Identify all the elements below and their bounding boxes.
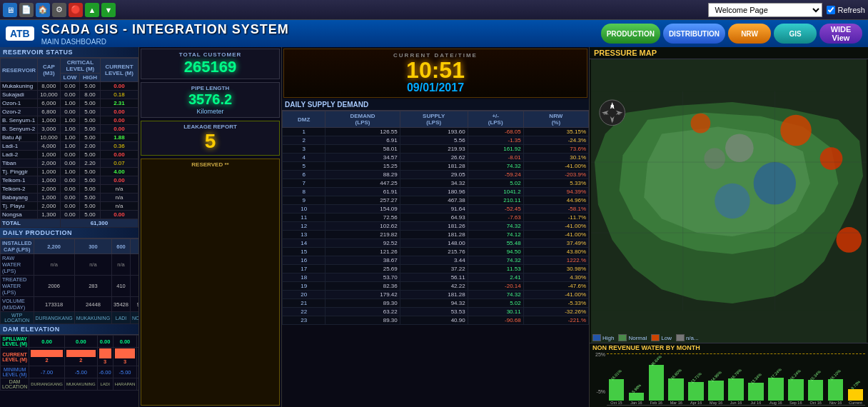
home-icon[interactable]: 🏠 [36, 3, 50, 17]
res-col-name: RESERVOIR [1, 59, 38, 82]
sd-row: 13 219.82 181.28 74.12 -41.00% [283, 231, 589, 239]
nav-gis[interactable]: GIS [774, 24, 817, 44]
sd-demand: 179.42 [326, 291, 400, 299]
header: ATB SCADA GIS - INTEGRATION SYSTEM MAIN … [0, 20, 868, 47]
nav-distribution[interactable]: DISTRIBUTION [663, 24, 725, 44]
res-row-name: Telkom-1 [1, 176, 38, 185]
res-row-high: 5.00 [80, 194, 101, 202]
nrw-month-label: Nov 16 [829, 401, 842, 406]
current-level-label: CURRENT LEVEL (M) [1, 348, 29, 366]
nav-buttons: PRODUCTION DISTRIBUTION NRW GIS WIDEView [601, 24, 862, 44]
sd-nrw: 37.49% [523, 239, 588, 248]
sd-supply: 181.26 [400, 222, 468, 231]
alert-icon[interactable]: 🔴 [69, 3, 83, 17]
sd-demand: 25.69 [326, 265, 400, 273]
sd-dmz: 5 [283, 162, 326, 171]
nrw-month-label: Jun 16 [730, 401, 742, 406]
reservoir-table: RESERVOIR CAP (M3) CRITICAL LEVEL (M) CU… [0, 58, 138, 228]
min-dam-2: -6.00 [97, 366, 113, 378]
refresh-checkbox[interactable] [827, 6, 835, 14]
nav-nrw[interactable]: NRW [728, 24, 771, 44]
res-row-name: Nongsa [1, 211, 38, 219]
doc-icon[interactable]: 📄 [19, 3, 34, 17]
nrw-month-label: Jul 16 [751, 401, 762, 406]
nav-production[interactable]: PRODUCTION [601, 24, 660, 44]
res-row-low: 0.00 [60, 91, 79, 99]
sd-nrw: -47.6% [523, 282, 588, 291]
legend-na: n/a... [676, 334, 699, 341]
res-row-low: 1.00 [60, 99, 79, 108]
down-arrow-icon[interactable]: ▼ [101, 3, 116, 17]
sd-supply: 181.28 [400, 162, 468, 171]
nrw-bar [728, 378, 744, 401]
sd-row: 3 58.01 219.93 161.92 73.6% [283, 145, 589, 154]
total-customer-title: TOTAL CUSTOMER [143, 51, 277, 58]
wtp-label-3: LADI [112, 312, 131, 324]
sd-supply: 91.64 [400, 205, 468, 213]
svg-text:E: E [618, 111, 621, 116]
prod-col-0: INSTALLED CAP (LPS) [1, 239, 34, 254]
res-row-current: n/a [100, 185, 138, 194]
res-row-high: 2.20 [80, 159, 101, 168]
res-row-current: 1.88 [100, 134, 138, 142]
reserved-box: RESERVED ** [141, 159, 280, 406]
sd-dmz: 15 [283, 248, 326, 256]
res-row-cap: 1,000 [37, 168, 60, 176]
nrw-month-label: Feb 16 [650, 401, 662, 406]
daily-production-table: INSTALLED CAP (LPS)2,2003006002402106006… [0, 238, 139, 324]
monitor-icon[interactable]: 🖥 [3, 3, 17, 17]
supply-demand-table-wrap[interactable]: DMZ DEMAND(LPS) SUPPLY(LPS) +/-(LPS) NRW… [282, 111, 589, 407]
system-title: SCADA GIS - INTEGRATION SYSTEM [41, 22, 289, 37]
sd-dmz: 8 [283, 188, 326, 196]
sd-diff: 74.32 [468, 162, 523, 171]
spillway-val-2: 0.00 [97, 336, 113, 348]
res-col-current: CURRENT LEVEL (M) [100, 59, 138, 82]
toolbar-icons: 🖥 📄 🏠 ⚙ 🔴 ▲ ▼ [3, 3, 116, 17]
page-selector[interactable]: Welcome Page [708, 3, 822, 17]
res-row-high: 5.00 [80, 108, 101, 116]
nrw-bar-wrap: 16.24%Sep 16 [786, 353, 805, 405]
sd-nrw: -24.3% [523, 136, 588, 145]
res-row-cap: 2,000 [37, 159, 60, 168]
svg-text:S: S [611, 118, 614, 122]
atb-logo: ATB [6, 26, 34, 41]
prod-cell-0-0: n/a [34, 254, 74, 276]
sd-dmz: 19 [283, 282, 326, 291]
sd-row: 15 121.26 215.76 94.50 43.80% [283, 248, 589, 256]
res-row-low: 1.00 [60, 125, 79, 134]
res-row-current: n/a [100, 194, 138, 202]
dam-name-2: LADI [97, 378, 113, 391]
res-row-cap: 1,000 [37, 194, 60, 202]
res-row-name: Babayang [1, 194, 38, 202]
nrw-month-label: Apr 16 [690, 401, 702, 406]
sd-demand: 447.25 [326, 179, 400, 188]
res-row-cap: 4,000 [37, 142, 60, 151]
sd-dmz: 4 [283, 154, 326, 162]
nrw-bar [688, 382, 704, 401]
svg-point-4 [691, 114, 711, 134]
nrw-bar-wrap: 16.78%Jun 16 [727, 353, 746, 405]
res-row-low: 0.00 [60, 211, 79, 219]
min-level-label: MINIMUM LEVEL (M) [1, 366, 29, 378]
nav-wide[interactable]: WIDEView [819, 24, 862, 44]
res-row-cap: 8,000 [37, 82, 60, 91]
sd-nrw: -41.00% [523, 222, 588, 231]
res-row-current: 4.00 [100, 168, 138, 176]
sd-nrw: 4.30% [523, 273, 588, 282]
nrw-bar-wrap: 8.73%Current [846, 353, 865, 405]
res-row-high: 5.00 [80, 185, 101, 194]
sd-row: 6 88.29 29.05 -59.24 -203.9% [283, 171, 589, 179]
supply-demand-table: DMZ DEMAND(LPS) SUPPLY(LPS) +/-(LPS) NRW… [282, 111, 589, 325]
up-arrow-icon[interactable]: ▲ [85, 3, 99, 17]
gear-icon[interactable]: ⚙ [52, 3, 66, 17]
sd-row: 12 102.62 181.26 74.32 -41.00% [283, 222, 589, 231]
legend-normal: Normal [618, 334, 647, 341]
sd-nrw: 43.80% [523, 248, 588, 256]
sd-diff: 11.53 [468, 265, 523, 273]
sd-supply: 64.93 [400, 213, 468, 222]
sd-supply: 29.05 [400, 171, 468, 179]
sd-diff: -8.01 [468, 154, 523, 162]
sd-diff: 161.92 [468, 145, 523, 154]
dam-name-0: DURIANGKANG [29, 378, 65, 391]
current-date: 09/01/2017 [287, 81, 584, 94]
